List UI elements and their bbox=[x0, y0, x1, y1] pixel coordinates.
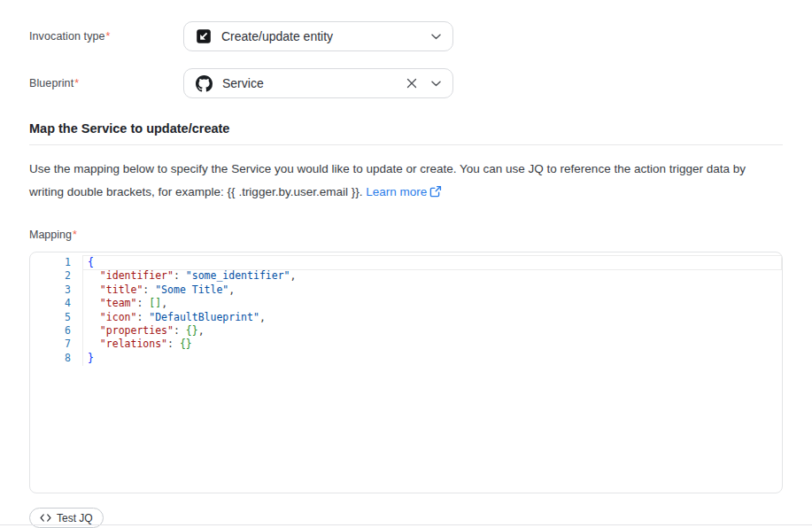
line-number: 4 bbox=[30, 297, 82, 310]
entity-square-arrow-icon bbox=[196, 28, 212, 44]
learn-more-label: Learn more bbox=[366, 185, 427, 198]
code-line[interactable]: "identifier": "some_identifier", bbox=[82, 269, 782, 283]
editor-code-lines[interactable]: { "identifier": "some_identifier", "titl… bbox=[82, 252, 782, 493]
blueprint-row: Blueprint* Service bbox=[29, 68, 783, 98]
learn-more-link[interactable]: Learn more bbox=[366, 185, 442, 198]
section-divider bbox=[29, 144, 783, 145]
code-line[interactable]: "title": "Some Title", bbox=[82, 283, 782, 297]
required-asterisk: * bbox=[73, 229, 77, 241]
code-line[interactable]: } bbox=[82, 352, 782, 365]
line-number: 6 bbox=[30, 324, 82, 338]
invocation-type-label-text: Invocation type bbox=[29, 30, 105, 43]
invocation-type-label: Invocation type* bbox=[29, 30, 183, 43]
line-number: 8 bbox=[30, 352, 82, 365]
mapping-field-label: Mapping* bbox=[29, 229, 783, 241]
line-number: 5 bbox=[30, 311, 82, 324]
invocation-type-value: Create/update entity bbox=[221, 29, 431, 43]
line-number: 1 bbox=[30, 256, 82, 269]
invocation-type-select[interactable]: Create/update entity bbox=[183, 21, 453, 51]
required-asterisk: * bbox=[106, 30, 111, 43]
code-line[interactable]: "properties": {}, bbox=[82, 324, 782, 338]
code-line[interactable]: { bbox=[82, 256, 782, 269]
blueprint-label-text: Blueprint bbox=[29, 77, 73, 89]
blueprint-label: Blueprint* bbox=[29, 77, 183, 89]
code-line[interactable]: "team": [], bbox=[82, 297, 782, 310]
external-link-icon bbox=[429, 187, 442, 200]
line-number: 2 bbox=[30, 269, 82, 283]
editor-gutter: 12345678 bbox=[30, 252, 82, 493]
chevron-down-icon[interactable] bbox=[431, 81, 441, 87]
test-jq-label: Test JQ bbox=[57, 512, 93, 524]
invocation-type-row: Invocation type* Create/update entity bbox=[29, 21, 783, 51]
blueprint-select[interactable]: Service bbox=[183, 68, 453, 98]
code-brackets-icon bbox=[40, 514, 51, 522]
github-icon bbox=[196, 75, 213, 92]
chevron-down-icon[interactable] bbox=[431, 34, 441, 40]
section-title: Map the Service to update/create bbox=[29, 121, 783, 136]
mapping-code-editor[interactable]: 12345678 { "identifier": "some_identifie… bbox=[29, 252, 783, 493]
code-line[interactable]: "icon": "DefaultBlueprint", bbox=[82, 311, 782, 324]
required-asterisk: * bbox=[74, 77, 79, 89]
bottom-divider bbox=[0, 524, 812, 525]
code-line[interactable]: "relations": {} bbox=[82, 338, 782, 351]
mapping-label-text: Mapping bbox=[29, 229, 72, 241]
action-mapping-form: Invocation type* Create/update entity Bl… bbox=[0, 0, 812, 528]
clear-selection-icon[interactable] bbox=[406, 78, 417, 89]
line-number: 7 bbox=[30, 338, 82, 351]
blueprint-value: Service bbox=[222, 76, 406, 90]
line-number: 3 bbox=[30, 283, 82, 297]
mapping-description: Use the mapping below to specify the Ser… bbox=[29, 158, 783, 206]
